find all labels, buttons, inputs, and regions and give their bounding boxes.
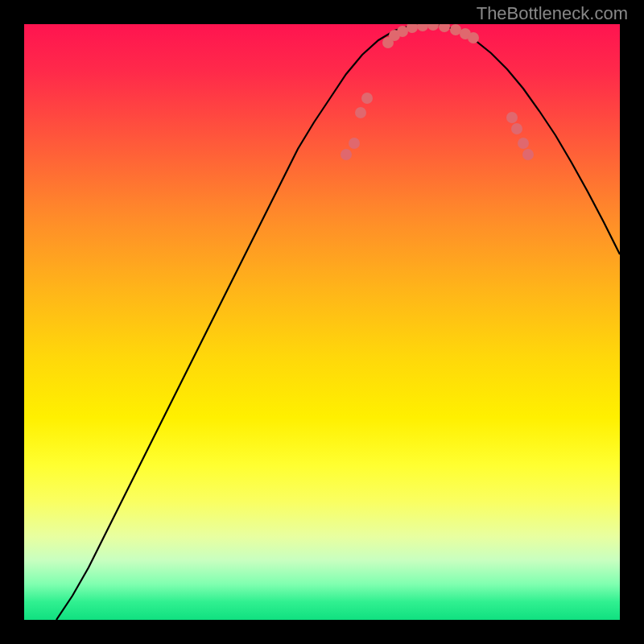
scatter-dot — [349, 138, 360, 149]
scatter-dot — [397, 26, 408, 37]
scatter-dot — [427, 24, 439, 31]
scatter-dot — [355, 107, 366, 118]
scatter-dot — [407, 24, 418, 33]
scatter-dot — [341, 149, 352, 160]
scatter-dot — [417, 24, 428, 31]
scatter-dot — [522, 149, 534, 160]
scatter-dot — [439, 24, 450, 32]
scatter-dot — [361, 93, 373, 104]
watermark-text: TheBottleneck.com — [477, 3, 628, 24]
chart-plot-area — [24, 24, 620, 620]
bottleneck-curve — [56, 24, 620, 620]
chart-svg — [24, 24, 620, 620]
scatter-dot — [506, 112, 518, 123]
scatter-dot — [450, 24, 461, 35]
scatter-dot — [518, 138, 529, 149]
scatter-dots-group — [341, 24, 534, 160]
scatter-dot — [511, 123, 522, 134]
scatter-dot — [468, 32, 479, 43]
